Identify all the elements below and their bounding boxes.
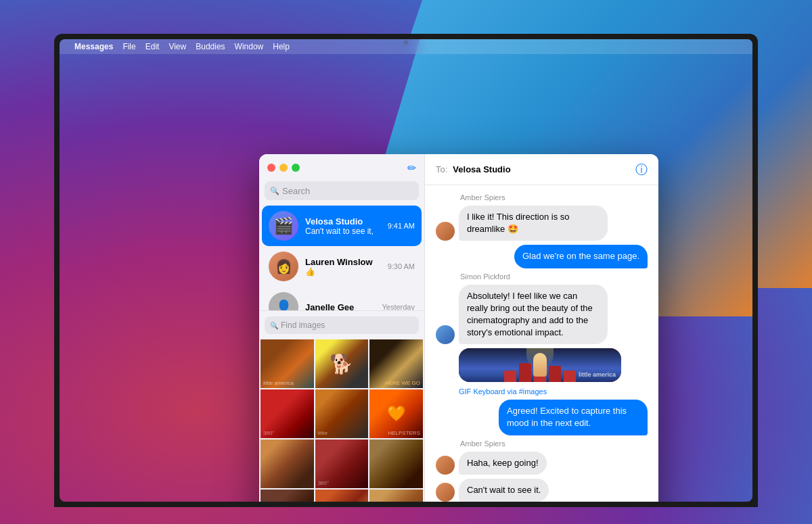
conv-avatar-velosa: 🎬: [269, 211, 298, 241]
conv-time-velosa: 9:41 AM: [388, 222, 415, 230]
msg-bubble-7: Haha, keep going!: [459, 452, 547, 475]
conv-name-lauren: Lauren Winslow: [305, 257, 381, 267]
gif-inner-9: [369, 439, 423, 488]
menubar: Messages File Edit View Buddies Window H…: [60, 39, 752, 54]
gif-source-label: GIF Keyboard via #images: [459, 387, 648, 396]
chat-info-button[interactable]: ⓘ: [635, 162, 648, 178]
msg-bubble-1: I like it! This direction is so dreamlik…: [459, 206, 608, 241]
find-images-search-icon: 🔍: [270, 322, 278, 329]
chat-panel: To: Velosa Studio ⓘ Amber Spiers I like …: [425, 154, 658, 502]
conv-preview-lauren: 👍: [305, 267, 381, 277]
gif-cell-12[interactable]: Juliana: [369, 490, 423, 502]
msg-avatar-amber-1: [436, 222, 455, 241]
sidebar-titlebar: ✏: [259, 154, 424, 181]
sender-name-simon: Simon Pickford: [436, 272, 648, 281]
chat-gif-image: little america: [459, 348, 621, 382]
gif-grid: little america 🐕 HERE WE GO: [259, 339, 424, 502]
gif-cell-6[interactable]: 🧡 HELPSTERS: [369, 389, 423, 438]
conv-time-janelle: Yesterday: [382, 303, 415, 310]
gif-cell-9[interactable]: [369, 439, 423, 488]
gif-inner-2: 🐕: [315, 339, 369, 388]
conv-avatar-janelle: 👤: [269, 292, 298, 310]
gif-inner-5: little: [315, 389, 369, 438]
conv-info-janelle: Janelle Gee: [305, 302, 375, 311]
sidebar: ✏ 🔍 Search 🎬 Velosa Studio Can't wait to…: [259, 154, 425, 502]
message-row-3: Absolutely! I feel like we can really br…: [436, 285, 648, 345]
conv-preview-velosa: Can't wait to see it,: [305, 227, 381, 236]
gif-cell-5[interactable]: little: [315, 389, 369, 438]
find-images-placeholder: Find images: [281, 320, 325, 330]
gif-inner-4: 360°: [261, 389, 314, 438]
gif-cell-7[interactable]: [261, 439, 314, 488]
menubar-file[interactable]: File: [122, 42, 135, 51]
chat-messages-area: Amber Spiers I like it! This direction i…: [425, 185, 658, 502]
gif-inner-6: 🧡 HELPSTERS: [369, 389, 423, 438]
menubar-messages[interactable]: Messages: [74, 42, 113, 51]
conversation-list: 🎬 Velosa Studio Can't wait to see it, 9:…: [259, 206, 424, 310]
search-bar[interactable]: 🔍 Search: [265, 181, 419, 200]
gif-inner-3: HERE WE GO: [369, 339, 423, 388]
gif-inner-10: [261, 490, 314, 502]
message-row-6: Agreed! Excited to capture this mood in …: [436, 400, 648, 435]
sender-name-amber-1: Amber Spiers: [436, 193, 648, 201]
find-images-bar[interactable]: 🔍 Find images: [265, 316, 419, 334]
compose-button[interactable]: ✏: [407, 162, 416, 174]
chat-to-label: To:: [436, 164, 447, 174]
gif-cell-10[interactable]: [261, 490, 314, 502]
conv-item-lauren[interactable]: 👩 Lauren Winslow 👍 9:30 AM: [262, 246, 422, 287]
macbook-frame: Messages File Edit View Buddies Window H…: [54, 34, 758, 507]
gif-cell-3[interactable]: HERE WE GO: [369, 339, 423, 388]
gif-inner-8: 360°: [315, 439, 369, 488]
messages-window: ✏ 🔍 Search 🎬 Velosa Studio Can't wait to…: [259, 154, 658, 502]
gif-cell-1[interactable]: little america: [261, 339, 314, 388]
conv-info-lauren: Lauren Winslow 👍: [305, 257, 381, 277]
conv-name-velosa: Velosa Studio: [305, 216, 381, 227]
menubar-buddies[interactable]: Buddies: [196, 42, 225, 51]
conv-info-velosa: Velosa Studio Can't wait to see it,: [305, 216, 381, 236]
message-row-8: Can't wait to see it.: [436, 479, 648, 502]
gif-cell-11[interactable]: little: [315, 490, 369, 502]
msg-avatar-simon: [436, 325, 455, 344]
message-row-1: I like it! This direction is so dreamlik…: [436, 206, 648, 241]
gif-cell-2[interactable]: 🐕: [315, 339, 369, 388]
search-placeholder-text: Search: [282, 186, 310, 196]
gif-inner-12: Juliana: [369, 490, 423, 502]
conv-time-lauren: 9:30 AM: [388, 262, 415, 270]
minimize-button[interactable]: [279, 164, 288, 172]
sender-name-amber-2: Amber Spiers: [436, 439, 648, 448]
gif-inner-1: little america: [261, 339, 314, 388]
msg-bubble-2: Glad we're on the same page.: [514, 245, 648, 268]
msg-bubble-8: Can't wait to see it.: [459, 479, 549, 502]
gif-inner-7: [261, 439, 314, 488]
msg-bubble-6: Agreed! Excited to capture this mood in …: [499, 400, 648, 435]
message-row-2: Glad we're on the same page.: [436, 245, 648, 268]
conv-name-janelle: Janelle Gee: [305, 302, 375, 311]
gif-cell-4[interactable]: 360°: [261, 389, 314, 438]
conv-item-velosa[interactable]: 🎬 Velosa Studio Can't wait to see it, 9:…: [262, 206, 422, 246]
search-icon: 🔍: [270, 187, 279, 195]
gif-cell-8[interactable]: 360°: [315, 439, 369, 488]
menubar-edit[interactable]: Edit: [145, 42, 160, 51]
chat-header: To: Velosa Studio ⓘ: [425, 154, 658, 185]
menubar-view[interactable]: View: [168, 42, 186, 51]
maximize-button[interactable]: [292, 164, 300, 172]
msg-avatar-amber-3: [436, 483, 455, 502]
msg-avatar-amber-2: [436, 456, 455, 475]
gif-inner-11: little: [315, 490, 369, 502]
gif-watermark: little america: [579, 371, 616, 378]
traffic-lights: [267, 164, 300, 172]
close-button[interactable]: [267, 164, 275, 172]
conv-item-janelle[interactable]: 👤 Janelle Gee Yesterday: [262, 287, 422, 310]
msg-bubble-3: Absolutely! I feel like we can really br…: [459, 285, 608, 345]
chat-recipient-name: Velosa Studio: [453, 164, 630, 174]
macbook-screen: Messages File Edit View Buddies Window H…: [60, 39, 752, 502]
menubar-help[interactable]: Help: [273, 42, 290, 51]
gif-panel: 🔍 Find images little america 🐕: [259, 310, 424, 502]
menubar-window[interactable]: Window: [235, 42, 264, 51]
message-row-7: Haha, keep going!: [436, 452, 648, 475]
conv-avatar-lauren: 👩: [269, 252, 298, 281]
